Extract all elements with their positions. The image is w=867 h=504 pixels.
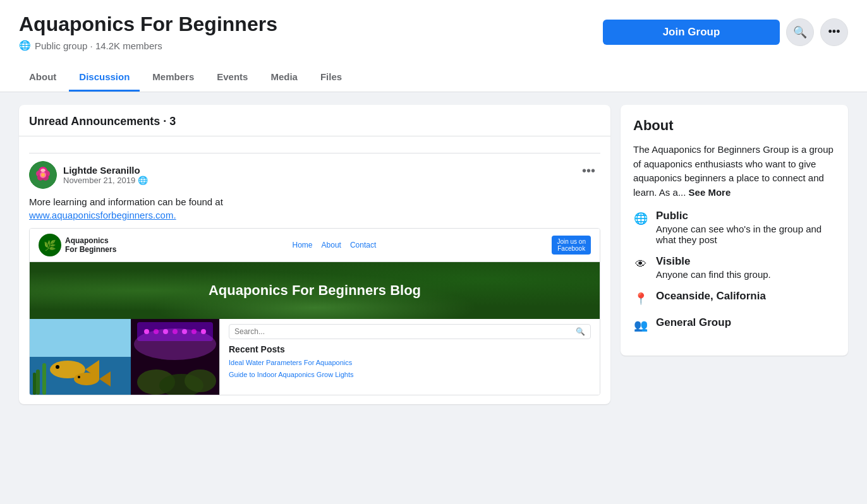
about-item-visible: 👁 Visible Anyone can find this group.	[633, 255, 835, 280]
search-button[interactable]: 🔍	[786, 18, 814, 46]
svg-point-14	[74, 373, 99, 385]
svg-point-32	[185, 369, 216, 392]
about-card: About The Aquaponics for Beginners Group…	[621, 105, 848, 356]
about-item-visible-desc: Anyone can find this group.	[656, 269, 771, 280]
blog-purple-image	[131, 319, 219, 395]
about-item-public: 🌐 Public Anyone can see who's in the gro…	[633, 210, 835, 245]
nav-tabs: About Discussion Members Events Media Fi…	[19, 61, 848, 92]
svg-point-16	[78, 376, 80, 378]
avatar	[29, 161, 57, 189]
svg-point-8	[41, 173, 45, 177]
blog-bottom-row: 🔍 Recent Posts Ideal Water Parameters Fo…	[30, 319, 600, 395]
purple-lights-svg	[131, 319, 219, 395]
main-content: Unread Announcements · 3	[0, 92, 867, 417]
group-type-icon: 👥	[633, 318, 648, 333]
page-header: Aquaponics For Beginners 🌐 Public group …	[0, 0, 867, 92]
svg-point-29	[134, 328, 216, 360]
blog-hero: Aquaponics For Beginners Blog	[30, 262, 600, 319]
recent-posts-title: Recent Posts	[229, 344, 591, 354]
about-item-visible-content: Visible Anyone can find this group.	[656, 255, 771, 280]
blog-logo-line1: Aquaponics	[65, 236, 109, 245]
about-card-title: About	[633, 117, 835, 134]
group-info: Aquaponics For Beginners 🌐 Public group …	[19, 13, 277, 51]
blog-sidebar: 🔍 Recent Posts Ideal Water Parameters Fo…	[219, 319, 600, 395]
search-box-mini: 🔍	[229, 324, 591, 339]
post-author-row: Lightde Seranillo November 21, 2019 🌐 ••…	[29, 161, 600, 189]
fish-svg	[30, 319, 131, 395]
group-meta-text: Public group · 14.2K members	[35, 40, 162, 51]
post-link[interactable]: www.aquaponicsforbeginners.com.	[29, 210, 176, 220]
blog-logo-icon: 🌿	[39, 234, 61, 256]
author-name: Lightde Seranillo	[63, 165, 148, 176]
search-icon: 🔍	[793, 25, 807, 39]
blog-nav-contact[interactable]: Contact	[350, 241, 376, 249]
tab-events[interactable]: Events	[207, 64, 258, 92]
svg-point-13	[56, 365, 59, 369]
recent-post-2: Guide to Indoor Aquaponics Grow Lights	[229, 370, 591, 380]
header-top: Aquaponics For Beginners 🌐 Public group …	[19, 13, 848, 61]
tab-members[interactable]: Members	[142, 64, 204, 92]
blog-search-input[interactable]	[234, 327, 572, 336]
avatar-flower	[29, 161, 57, 189]
post-divider	[29, 153, 600, 153]
blog-fish-image	[30, 319, 131, 395]
group-title: Aquaponics For Beginners	[19, 13, 277, 36]
about-item-group-type: 👥 General Group	[633, 316, 835, 333]
fb-join-line1: Join us on	[557, 238, 586, 245]
fb-join-badge: Join us on Facebook	[552, 236, 591, 255]
right-column: About The Aquaponics for Beginners Group…	[621, 105, 848, 404]
blog-nav-links: Home About Contact	[293, 241, 377, 249]
about-item-location: 📍 Oceanside, California	[633, 290, 835, 306]
header-actions: Join Group 🔍 •••	[603, 18, 848, 46]
blog-nav-home[interactable]: Home	[293, 241, 313, 249]
post-text-before-link: More learning and information can be fou…	[29, 196, 223, 207]
svg-rect-18	[42, 363, 46, 395]
about-item-public-desc: Anyone can see who's in the group and wh…	[656, 224, 835, 245]
about-item-group-type-content: General Group	[656, 316, 731, 329]
svg-rect-17	[36, 369, 40, 395]
about-description: The Aquaponics for Beginners Group is a …	[633, 143, 835, 200]
blog-nav-bar: 🌿 Aquaponics For Beginners Home About Co…	[30, 229, 600, 262]
avatar-svg	[29, 161, 57, 189]
more-options-button[interactable]: •••	[820, 18, 848, 46]
post-text: More learning and information can be fou…	[29, 195, 600, 222]
fb-join-line2: Facebook	[557, 245, 586, 252]
blog-nav-about[interactable]: About	[322, 241, 341, 249]
recent-post-1: Ideal Water Parameters For Aquaponics	[229, 358, 591, 368]
about-item-public-title: Public	[656, 210, 835, 222]
post-author-info: Lightde Seranillo November 21, 2019 🌐	[29, 161, 148, 189]
post-date: November 21, 2019 🌐	[63, 176, 148, 185]
location-icon: 📍	[633, 291, 648, 306]
post-date-text: November 21, 2019	[63, 176, 135, 185]
post-more-button[interactable]: •••	[577, 161, 600, 181]
about-item-location-content: Oceanside, California	[656, 290, 766, 303]
announcements-header: Unread Announcements · 3	[19, 105, 610, 136]
tab-files[interactable]: Files	[310, 64, 352, 92]
see-more-link[interactable]: See More	[689, 187, 731, 198]
public-icon: 🌐	[633, 211, 648, 226]
blog-logo-text: Aquaponics For Beginners	[65, 236, 116, 255]
announcements-card: Unread Announcements · 3	[19, 105, 610, 404]
tab-discussion[interactable]: Discussion	[69, 64, 140, 92]
author-details: Lightde Seranillo November 21, 2019 🌐	[63, 165, 148, 185]
more-icon: •••	[828, 25, 840, 39]
about-description-text: The Aquaponics for Beginners Group is a …	[633, 144, 834, 198]
globe-icon: 🌐	[19, 40, 31, 51]
about-item-public-content: Public Anyone can see who's in the group…	[656, 210, 835, 245]
tab-about[interactable]: About	[19, 64, 66, 92]
blog-search-icon: 🔍	[576, 327, 585, 336]
svg-rect-19	[33, 373, 36, 395]
about-item-visible-title: Visible	[656, 255, 771, 268]
blog-hero-title: Aquaponics For Beginners Blog	[196, 270, 434, 311]
visible-icon: 👁	[633, 256, 648, 272]
left-column: Unread Announcements · 3	[19, 105, 610, 404]
about-item-location-title: Oceanside, California	[656, 290, 766, 303]
tab-media[interactable]: Media	[260, 64, 308, 92]
blog-logo: 🌿 Aquaponics For Beginners	[39, 234, 116, 256]
group-meta: 🌐 Public group · 14.2K members	[19, 40, 277, 51]
blog-preview: 🌿 Aquaponics For Beginners Home About Co…	[29, 228, 600, 395]
join-group-button[interactable]: Join Group	[603, 20, 780, 45]
post-globe-icon: 🌐	[138, 176, 148, 185]
blog-logo-line2: For Beginners	[65, 245, 116, 254]
about-item-group-type-title: General Group	[656, 316, 731, 329]
